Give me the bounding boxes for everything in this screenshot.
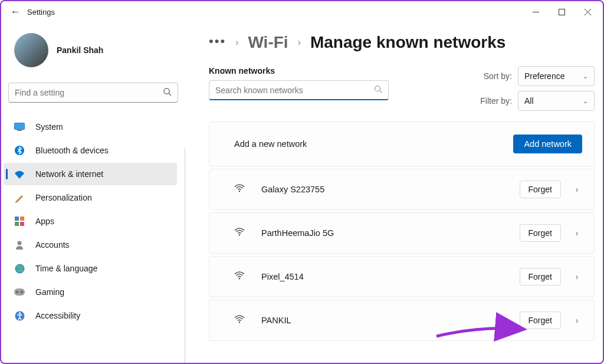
- main-content: ••• › Wi-Fi › Manage known networks Know…: [185, 22, 603, 363]
- filter-by-dropdown[interactable]: All ⌄: [518, 91, 595, 111]
- svg-rect-11: [15, 222, 19, 226]
- svg-rect-9: [15, 217, 19, 221]
- sidebar-item-label: Accounts: [35, 240, 70, 250]
- svg-point-19: [18, 312, 21, 314]
- sidebar-item-accounts[interactable]: Accounts: [4, 234, 177, 256]
- svg-point-23: [239, 234, 240, 235]
- chevron-right-icon: ›: [235, 37, 238, 48]
- network-name: Galaxy S223755: [261, 185, 520, 194]
- settings-search[interactable]: [8, 83, 178, 103]
- system-icon: [14, 122, 25, 132]
- svg-rect-7: [17, 130, 22, 131]
- svg-line-21: [380, 91, 382, 93]
- nav: System Bluetooth & devices Network & int…: [4, 116, 183, 327]
- svg-point-22: [239, 191, 240, 192]
- chevron-down-icon: ⌄: [583, 97, 588, 105]
- network-row[interactable]: ParthHeemaJio 5G Forget ›: [209, 212, 595, 254]
- add-network-button[interactable]: Add network: [513, 135, 582, 153]
- sidebar: Pankil Shah System Bluetooth & devices N…: [1, 22, 185, 363]
- wifi-icon: [234, 315, 245, 326]
- svg-rect-10: [20, 217, 24, 221]
- close-button[interactable]: [575, 2, 600, 21]
- expand-chevron-icon[interactable]: ›: [572, 228, 582, 238]
- sidebar-item-system[interactable]: System: [4, 116, 177, 138]
- svg-rect-12: [20, 222, 24, 226]
- wifi-icon: [234, 271, 245, 282]
- svg-point-17: [21, 291, 23, 293]
- sidebar-item-network[interactable]: Network & internet: [4, 163, 177, 185]
- settings-search-input[interactable]: [15, 88, 163, 97]
- breadcrumb: ••• › Wi-Fi › Manage known networks: [209, 33, 598, 52]
- svg-point-25: [239, 322, 240, 323]
- svg-point-20: [375, 86, 380, 91]
- search-icon: [163, 87, 172, 98]
- network-icon: [14, 169, 25, 179]
- sidebar-item-label: Apps: [35, 217, 54, 226]
- search-icon: [374, 85, 382, 95]
- chevron-right-icon: ›: [298, 37, 301, 48]
- back-button[interactable]: ←: [4, 6, 27, 18]
- svg-rect-15: [14, 288, 25, 296]
- sidebar-item-personalization[interactable]: Personalization: [4, 186, 177, 209]
- network-name: PANKIL: [261, 316, 520, 325]
- maximize-button[interactable]: [549, 2, 575, 21]
- add-network-row: Add a new network Add network: [209, 122, 595, 166]
- expand-chevron-icon[interactable]: ›: [572, 272, 582, 281]
- svg-point-4: [164, 88, 169, 94]
- sidebar-item-bluetooth[interactable]: Bluetooth & devices: [4, 139, 177, 162]
- sort-by-dropdown[interactable]: Preference ⌄: [518, 66, 595, 86]
- expand-chevron-icon[interactable]: ›: [572, 316, 582, 325]
- forget-button[interactable]: Forget: [520, 181, 561, 198]
- forget-button[interactable]: Forget: [520, 268, 561, 286]
- sidebar-item-gaming[interactable]: Gaming: [4, 281, 177, 303]
- known-networks-label: Known networks: [209, 66, 468, 76]
- bluetooth-icon: [14, 145, 25, 156]
- time-icon: [14, 263, 25, 274]
- known-networks-search[interactable]: [209, 80, 389, 100]
- page-title: Manage known networks: [310, 33, 505, 52]
- filter-by-value: All: [524, 96, 534, 106]
- svg-line-5: [169, 93, 171, 96]
- sidebar-item-label: Gaming: [35, 287, 64, 297]
- breadcrumb-parent[interactable]: Wi-Fi: [248, 33, 288, 52]
- add-network-label: Add a new network: [234, 139, 513, 149]
- forget-button[interactable]: Forget: [520, 311, 561, 329]
- svg-rect-6: [15, 123, 25, 130]
- network-name: Pixel_4514: [261, 272, 520, 281]
- window-title: Settings: [27, 8, 55, 17]
- sidebar-item-label: Accessibility: [35, 311, 80, 320]
- known-networks-search-input[interactable]: [215, 86, 374, 95]
- network-row[interactable]: PANKIL Forget ›: [209, 300, 595, 341]
- personalization-icon: [14, 192, 25, 203]
- accessibility-icon: [14, 310, 25, 321]
- chevron-down-icon: ⌄: [583, 73, 588, 80]
- wifi-icon: [234, 228, 245, 238]
- avatar: [14, 33, 48, 67]
- svg-point-24: [239, 278, 240, 279]
- minimize-button[interactable]: [523, 2, 549, 21]
- sidebar-item-time[interactable]: Time & language: [4, 257, 177, 280]
- network-name: ParthHeemaJio 5G: [261, 228, 520, 238]
- svg-rect-1: [559, 9, 564, 15]
- titlebar: ← Settings: [1, 1, 603, 22]
- gaming-icon: [14, 287, 25, 297]
- profile[interactable]: Pankil Shah: [4, 27, 183, 80]
- user-name: Pankil Shah: [57, 45, 103, 55]
- accounts-icon: [14, 240, 25, 250]
- svg-point-14: [15, 264, 24, 273]
- sidebar-item-label: Network & internet: [35, 169, 103, 179]
- svg-point-16: [16, 291, 18, 293]
- expand-chevron-icon[interactable]: ›: [572, 185, 582, 194]
- filter-by-label: Filter by:: [480, 96, 512, 106]
- forget-button[interactable]: Forget: [520, 224, 561, 242]
- sidebar-item-accessibility[interactable]: Accessibility: [4, 304, 177, 327]
- network-row[interactable]: Galaxy S223755 Forget ›: [209, 169, 595, 210]
- breadcrumb-more[interactable]: •••: [209, 34, 226, 51]
- sort-by-value: Preference: [524, 71, 564, 81]
- network-row[interactable]: Pixel_4514 Forget ›: [209, 256, 595, 297]
- sidebar-item-apps[interactable]: Apps: [4, 210, 177, 232]
- sidebar-item-label: Time & language: [35, 264, 97, 273]
- sort-by-label: Sort by:: [484, 71, 512, 81]
- sidebar-item-label: Bluetooth & devices: [35, 146, 109, 155]
- svg-point-13: [18, 241, 22, 245]
